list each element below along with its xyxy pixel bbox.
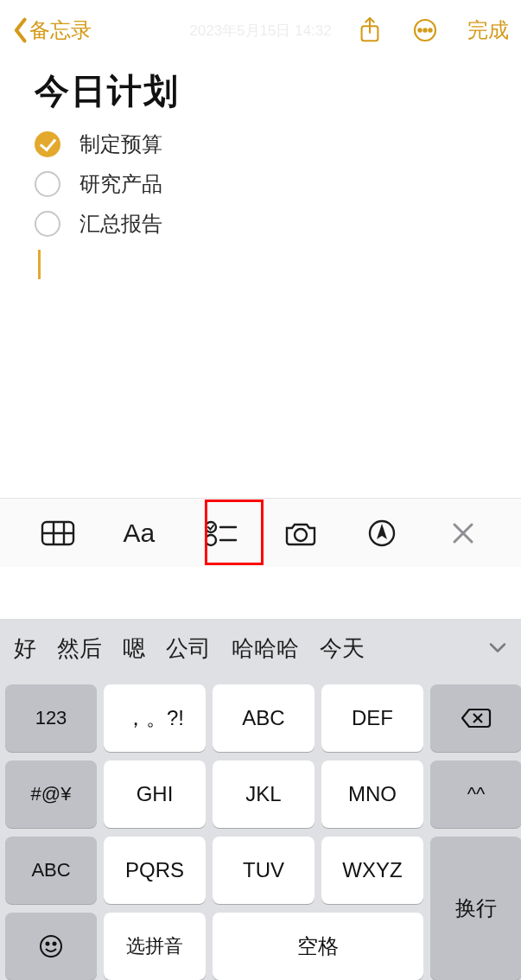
close-keyboard-button[interactable]: [437, 509, 489, 557]
note-body[interactable]: 今日计划 制定预算 研究产品 汇总报告: [0, 60, 521, 279]
check-item[interactable]: 制定预算: [35, 130, 486, 158]
table-icon: [41, 520, 75, 546]
candidate-word[interactable]: 哈哈哈: [232, 633, 299, 664]
svg-point-4: [423, 29, 426, 31]
text-style-icon: Aa: [123, 519, 155, 548]
text-cursor: [38, 250, 41, 279]
checklist-icon: [203, 519, 238, 547]
nav-bar: 备忘录 2023年5月15日 14:32 完成: [0, 0, 521, 60]
key-emote[interactable]: ^^: [430, 760, 521, 828]
close-icon: [452, 522, 474, 544]
back-label: 备忘录: [29, 16, 92, 44]
key-def[interactable]: DEF: [321, 684, 423, 752]
checkbox-empty-icon[interactable]: [35, 171, 60, 197]
svg-point-3: [418, 29, 421, 31]
camera-icon: [283, 519, 318, 547]
markup-icon: [367, 519, 397, 548]
key-select-pinyin[interactable]: 选拼音: [104, 913, 206, 980]
checkbox-empty-icon[interactable]: [35, 211, 60, 237]
checkbox-checked-icon[interactable]: [35, 131, 60, 157]
checklist-button[interactable]: [194, 509, 246, 557]
svg-point-12: [206, 535, 216, 545]
format-toolbar: Aa: [0, 498, 521, 567]
keyboard: 123 ，。?! ABC DEF #@¥ GHI JKL MNO ^^ ABC …: [0, 678, 521, 980]
done-button[interactable]: 完成: [467, 16, 509, 44]
check-item[interactable]: 研究产品: [35, 170, 486, 198]
svg-point-20: [41, 936, 61, 957]
expand-candidates-button[interactable]: [488, 635, 507, 662]
key-emoji[interactable]: [5, 913, 97, 980]
camera-button[interactable]: [275, 509, 327, 557]
key-abc[interactable]: ABC: [213, 684, 315, 752]
check-label[interactable]: 研究产品: [79, 170, 162, 198]
candidate-word[interactable]: 好: [14, 633, 36, 664]
more-button[interactable]: [412, 16, 438, 44]
key-mno[interactable]: MNO: [321, 760, 423, 828]
candidate-word[interactable]: 嗯: [123, 633, 145, 664]
key-ghi[interactable]: GHI: [104, 760, 206, 828]
svg-point-14: [295, 529, 307, 541]
share-icon: [357, 16, 383, 44]
emoji-icon: [38, 933, 64, 959]
check-item[interactable]: 汇总报告: [35, 210, 486, 238]
candidate-bar: 好 然后 嗯 公司 哈哈哈 今天: [0, 619, 521, 678]
key-punct[interactable]: ，。?!: [104, 684, 206, 752]
key-jkl[interactable]: JKL: [213, 760, 315, 828]
key-symbols[interactable]: #@¥: [5, 760, 97, 828]
svg-point-22: [54, 943, 56, 945]
backspace-icon: [461, 707, 492, 729]
key-space[interactable]: 空格: [213, 913, 423, 980]
key-enter[interactable]: 换行: [430, 837, 521, 980]
key-abc-mode[interactable]: ABC: [5, 837, 97, 904]
svg-point-5: [429, 29, 431, 31]
chevron-down-icon: [488, 640, 507, 656]
text-style-button[interactable]: Aa: [113, 509, 165, 557]
candidate-word[interactable]: 今天: [320, 633, 365, 664]
chevron-left-icon: [12, 17, 28, 43]
key-tuv[interactable]: TUV: [213, 837, 315, 904]
markup-button[interactable]: [356, 509, 408, 557]
more-icon: [412, 16, 438, 44]
share-button[interactable]: [357, 16, 383, 44]
candidate-word[interactable]: 公司: [166, 633, 211, 664]
note-title[interactable]: 今日计划: [35, 67, 486, 115]
back-button[interactable]: 备忘录: [12, 16, 92, 44]
check-label[interactable]: 制定预算: [79, 130, 162, 158]
svg-point-10: [206, 522, 216, 532]
key-pqrs[interactable]: PQRS: [104, 837, 206, 904]
check-label[interactable]: 汇总报告: [79, 210, 162, 238]
table-button[interactable]: [32, 509, 84, 557]
key-backspace[interactable]: [430, 684, 521, 752]
key-123[interactable]: 123: [5, 684, 97, 752]
candidate-word[interactable]: 然后: [57, 633, 102, 664]
key-wxyz[interactable]: WXYZ: [321, 837, 423, 904]
svg-point-21: [47, 943, 49, 945]
